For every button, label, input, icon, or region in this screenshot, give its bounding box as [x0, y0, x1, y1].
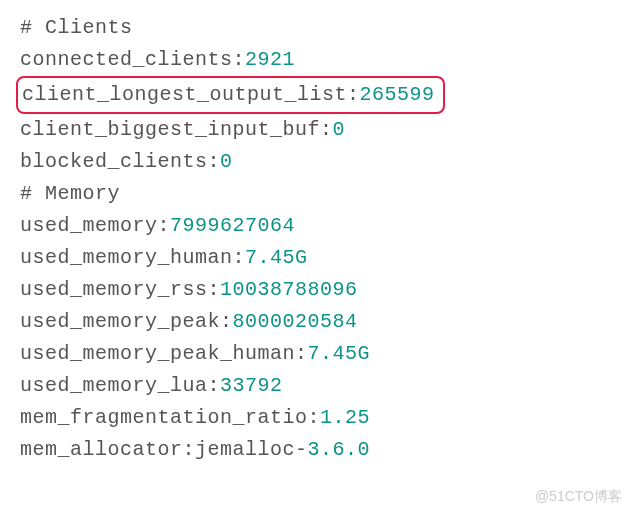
info-line: # Clients	[20, 12, 612, 44]
metric-key: used_memory_peak_human:	[20, 342, 308, 365]
metric-value: 0	[220, 150, 233, 173]
metric-key: client_longest_output_list:	[22, 83, 360, 106]
metric-key: used_memory:	[20, 214, 170, 237]
metric-key: used_memory_lua:	[20, 374, 220, 397]
metric-key: used_memory_rss:	[20, 278, 220, 301]
metric-value: 10038788096	[220, 278, 358, 301]
metric-key: mem_fragmentation_ratio:	[20, 406, 320, 429]
metric-value: 8000020584	[233, 310, 358, 333]
metric-value: 7999627064	[170, 214, 295, 237]
metric-key: used_memory_human:	[20, 246, 245, 269]
metric-value-text: jemalloc	[195, 438, 295, 461]
info-line: # Memory	[20, 178, 612, 210]
info-line: used_memory_rss:10038788096	[20, 274, 612, 306]
metric-key: connected_clients:	[20, 48, 245, 71]
watermark: @51CTO博客	[535, 485, 622, 507]
info-line: used_memory_peak_human:7.45G	[20, 338, 612, 370]
metric-value: 33792	[220, 374, 283, 397]
info-line: client_biggest_input_buf:0	[20, 114, 612, 146]
info-line: used_memory:7999627064	[20, 210, 612, 242]
metric-value-version: 3.6.0	[308, 438, 371, 461]
info-line: used_memory_human:7.45G	[20, 242, 612, 274]
metric-key: mem_allocator:	[20, 438, 195, 461]
separator: -	[295, 438, 308, 461]
metric-key: client_biggest_input_buf:	[20, 118, 333, 141]
metric-value: 0	[333, 118, 346, 141]
metric-key: used_memory_peak:	[20, 310, 233, 333]
metric-value: 1.25	[320, 406, 370, 429]
metric-value: 2921	[245, 48, 295, 71]
info-line: mem_fragmentation_ratio:1.25	[20, 402, 612, 434]
info-line: used_memory_peak:8000020584	[20, 306, 612, 338]
info-line: connected_clients:2921	[20, 44, 612, 76]
info-line: used_memory_lua:33792	[20, 370, 612, 402]
metric-key: blocked_clients:	[20, 150, 220, 173]
redis-info-output: # Clientsconnected_clients:2921client_lo…	[20, 12, 612, 466]
metric-value: 7.45G	[308, 342, 371, 365]
metric-value: 7.45G	[245, 246, 308, 269]
info-line: client_longest_output_list:265599	[20, 76, 612, 114]
info-line: mem_allocator:jemalloc-3.6.0	[20, 434, 612, 466]
section-header: # Memory	[20, 182, 120, 205]
highlighted-metric: client_longest_output_list:265599	[16, 76, 445, 114]
info-line: blocked_clients:0	[20, 146, 612, 178]
section-header: # Clients	[20, 16, 133, 39]
metric-value: 265599	[360, 83, 435, 106]
